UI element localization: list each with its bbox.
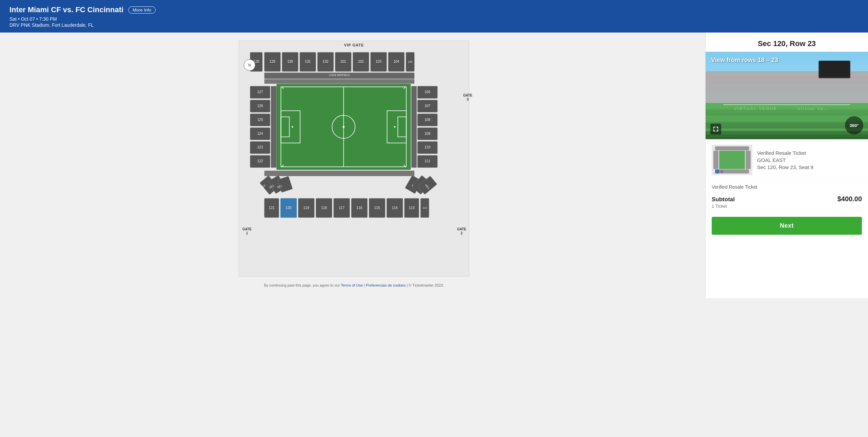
price-row: Subtotal $400.00 (706, 191, 868, 204)
footer-end: | © Ticketmaster 2023. (407, 283, 444, 287)
svg-point-56 (292, 126, 293, 128)
svg-rect-101 (706, 87, 868, 89)
svg-text:129: 129 (270, 60, 275, 63)
verified-resale-label: Verified Resale Ticket (706, 181, 868, 191)
svg-text:113: 113 (409, 206, 415, 210)
gate3-label: GATE3 (463, 93, 472, 102)
svg-rect-22 (264, 79, 414, 84)
ticket-type: Verified Resale Ticket (757, 150, 862, 156)
footer: By continuing past this page, you agree … (239, 279, 469, 291)
svg-text:111: 111 (425, 159, 430, 163)
svg-text:LOGE MIDFIELD: LOGE MIDFIELD (329, 74, 350, 77)
gate2-label: GATE2 (457, 227, 466, 235)
subtotal-label: Subtotal (712, 196, 735, 203)
svg-text:132: 132 (323, 60, 329, 63)
stadium-svg-wrapper[interactable]: 128 129 130 131 132 101 (239, 48, 469, 276)
ticket-zone: GOAL EAST (757, 157, 862, 163)
ticket-details: Verified Resale Ticket GOAL EAST Sec 120… (757, 150, 862, 170)
compass-icon: N (244, 59, 255, 71)
ticket-count: 1 Ticket (706, 204, 868, 213)
svg-rect-113 (715, 169, 749, 173)
ticket-info-row: Verified Resale Ticket GOAL EAST Sec 120… (706, 139, 868, 181)
svg-text:127: 127 (257, 90, 263, 94)
footer-text-before: By continuing past this page, you agree … (264, 283, 341, 287)
svg-rect-116 (715, 169, 719, 173)
svg-text:126: 126 (257, 104, 263, 108)
subtotal-value: $400.00 (837, 195, 862, 203)
svg-rect-48 (411, 86, 417, 168)
svg-text:107: 107 (425, 104, 430, 108)
svg-text:131: 131 (305, 60, 311, 63)
main-content: VIP GATE N GATE3 GATE1 GATE2 128 (0, 33, 868, 298)
svg-text:105: 105 (408, 60, 413, 63)
more-info-button[interactable]: More Info (128, 6, 156, 14)
svg-rect-110 (715, 146, 749, 150)
svg-rect-111 (713, 151, 718, 169)
svg-rect-114 (719, 151, 745, 169)
svg-text:Virtual Ve...: Virtual Ve... (797, 106, 829, 111)
svg-point-53 (343, 126, 345, 128)
svg-text:120: 120 (286, 206, 292, 210)
svg-rect-102 (706, 92, 868, 95)
svg-rect-96 (706, 116, 868, 122)
right-panel: Sec 120, Row 23 (705, 33, 868, 298)
svg-text:115: 115 (374, 206, 380, 210)
page-header: Inter Miami CF vs. FC Cincinnati More In… (0, 0, 868, 33)
stadium-section: VIP GATE N GATE3 GATE1 GATE2 128 (0, 33, 705, 298)
svg-text:112: 112 (422, 206, 427, 209)
venue-image[interactable]: VIRTUAL VENUE Virtual Ve... View from ro… (706, 52, 868, 139)
svg-rect-106 (706, 131, 868, 139)
preferencias-link[interactable]: Preferencias de cookies (366, 283, 406, 287)
svg-text:101: 101 (340, 60, 346, 63)
terms-link[interactable]: Terms of Use (341, 283, 363, 287)
svg-text:125: 125 (257, 118, 263, 122)
svg-text:114: 114 (392, 206, 398, 210)
svg-text:119: 119 (303, 206, 309, 210)
ticket-seat: Sec 120, Row 23, Seat 9 (757, 164, 862, 170)
svg-text:108: 108 (425, 118, 430, 122)
svg-text:103: 103 (376, 60, 381, 63)
svg-text:130: 130 (287, 60, 293, 63)
event-venue: DRV PNK Stadium, Fort Lauderdale, FL (9, 22, 859, 28)
svg-text:VIRTUAL VENUE: VIRTUAL VENUE (734, 106, 777, 111)
event-title: Inter Miami CF vs. FC Cincinnati (9, 5, 123, 14)
svg-text:106: 106 (425, 90, 430, 94)
svg-rect-100 (706, 82, 868, 84)
svg-text:124: 124 (257, 132, 263, 136)
svg-text:121: 121 (269, 206, 275, 210)
svg-point-115 (721, 170, 723, 173)
stadium-svg[interactable]: 128 129 130 131 132 101 (242, 48, 466, 271)
mini-map-svg (712, 145, 752, 175)
svg-text:123: 123 (257, 145, 263, 149)
badge-360[interactable]: 360° (845, 116, 863, 134)
venue-scene-svg: VIRTUAL VENUE Virtual Ve... (706, 52, 868, 139)
section-title: Sec 120, Row 23 (706, 33, 868, 52)
next-button[interactable]: Next (712, 217, 862, 235)
vip-gate-label: VIP GATE (239, 41, 469, 48)
svg-text:122: 122 (257, 159, 263, 163)
svg-text:104: 104 (393, 60, 399, 63)
stadium-map[interactable]: VIP GATE N GATE3 GATE1 GATE2 128 (239, 41, 469, 276)
svg-rect-35 (271, 86, 276, 168)
svg-rect-104 (819, 61, 850, 77)
svg-text:116: 116 (356, 206, 362, 210)
expand-icon[interactable] (710, 124, 721, 134)
gate1-label: GATE1 (242, 227, 252, 235)
event-date: Sat • Oct 07 • 7:30 PM (9, 16, 859, 22)
svg-rect-112 (746, 151, 751, 169)
venue-view-label: View from rows 18 – 23 (711, 57, 778, 64)
svg-text:102: 102 (358, 60, 364, 63)
svg-text:109: 109 (425, 132, 430, 136)
svg-text:110: 110 (425, 145, 430, 149)
svg-text:118: 118 (321, 206, 327, 210)
compass-label: N (248, 63, 251, 67)
svg-text:117: 117 (339, 206, 344, 210)
svg-point-59 (394, 126, 396, 128)
svg-rect-60 (264, 171, 414, 176)
svg-rect-95 (706, 103, 868, 109)
